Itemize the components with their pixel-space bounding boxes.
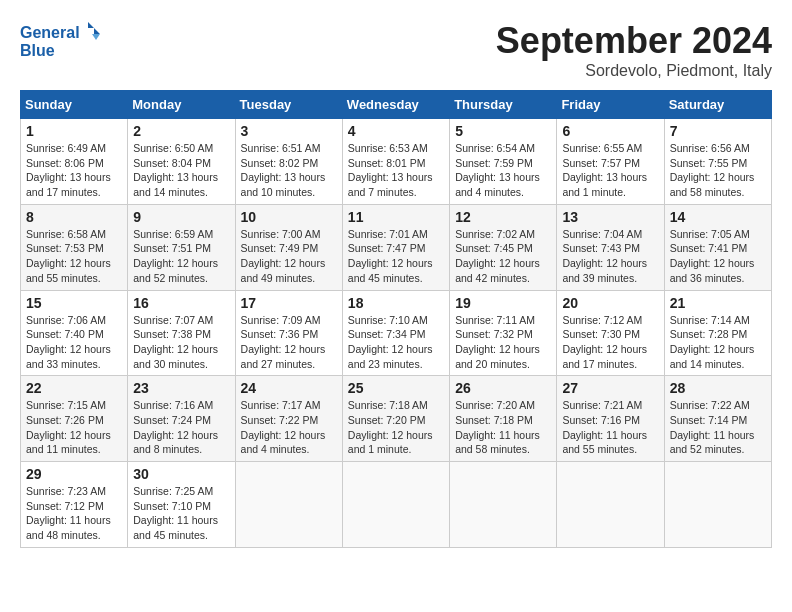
day-detail: Sunrise: 7:09 AM Sunset: 7:36 PM Dayligh… [241,313,337,372]
day-number: 10 [241,209,337,225]
calendar-cell: 26Sunrise: 7:20 AM Sunset: 7:18 PM Dayli… [450,376,557,462]
svg-marker-2 [88,22,100,34]
day-number: 30 [133,466,229,482]
day-detail: Sunrise: 7:18 AM Sunset: 7:20 PM Dayligh… [348,398,444,457]
svg-marker-3 [92,34,100,40]
calendar-cell: 10Sunrise: 7:00 AM Sunset: 7:49 PM Dayli… [235,204,342,290]
day-detail: Sunrise: 6:49 AM Sunset: 8:06 PM Dayligh… [26,141,122,200]
day-number: 21 [670,295,766,311]
day-number: 14 [670,209,766,225]
day-detail: Sunrise: 7:01 AM Sunset: 7:47 PM Dayligh… [348,227,444,286]
day-detail: Sunrise: 7:02 AM Sunset: 7:45 PM Dayligh… [455,227,551,286]
col-header-saturday: Saturday [664,91,771,119]
calendar-cell: 4Sunrise: 6:53 AM Sunset: 8:01 PM Daylig… [342,119,449,205]
day-detail: Sunrise: 7:14 AM Sunset: 7:28 PM Dayligh… [670,313,766,372]
calendar-cell: 3Sunrise: 6:51 AM Sunset: 8:02 PM Daylig… [235,119,342,205]
calendar-week-row: 8Sunrise: 6:58 AM Sunset: 7:53 PM Daylig… [21,204,772,290]
calendar-cell: 28Sunrise: 7:22 AM Sunset: 7:14 PM Dayli… [664,376,771,462]
day-detail: Sunrise: 7:04 AM Sunset: 7:43 PM Dayligh… [562,227,658,286]
calendar-cell: 24Sunrise: 7:17 AM Sunset: 7:22 PM Dayli… [235,376,342,462]
day-detail: Sunrise: 6:55 AM Sunset: 7:57 PM Dayligh… [562,141,658,200]
day-detail: Sunrise: 7:21 AM Sunset: 7:16 PM Dayligh… [562,398,658,457]
day-detail: Sunrise: 7:00 AM Sunset: 7:49 PM Dayligh… [241,227,337,286]
day-number: 4 [348,123,444,139]
day-detail: Sunrise: 7:16 AM Sunset: 7:24 PM Dayligh… [133,398,229,457]
day-detail: Sunrise: 7:23 AM Sunset: 7:12 PM Dayligh… [26,484,122,543]
calendar-cell: 30Sunrise: 7:25 AM Sunset: 7:10 PM Dayli… [128,462,235,548]
location-subtitle: Sordevolo, Piedmont, Italy [496,62,772,80]
day-number: 18 [348,295,444,311]
calendar-cell: 5Sunrise: 6:54 AM Sunset: 7:59 PM Daylig… [450,119,557,205]
day-detail: Sunrise: 7:22 AM Sunset: 7:14 PM Dayligh… [670,398,766,457]
calendar-cell: 7Sunrise: 6:56 AM Sunset: 7:55 PM Daylig… [664,119,771,205]
calendar-cell: 18Sunrise: 7:10 AM Sunset: 7:34 PM Dayli… [342,290,449,376]
day-detail: Sunrise: 6:54 AM Sunset: 7:59 PM Dayligh… [455,141,551,200]
day-number: 11 [348,209,444,225]
day-detail: Sunrise: 6:56 AM Sunset: 7:55 PM Dayligh… [670,141,766,200]
day-detail: Sunrise: 6:51 AM Sunset: 8:02 PM Dayligh… [241,141,337,200]
calendar-week-row: 1Sunrise: 6:49 AM Sunset: 8:06 PM Daylig… [21,119,772,205]
day-number: 19 [455,295,551,311]
col-header-tuesday: Tuesday [235,91,342,119]
day-number: 3 [241,123,337,139]
calendar-cell: 19Sunrise: 7:11 AM Sunset: 7:32 PM Dayli… [450,290,557,376]
day-number: 29 [26,466,122,482]
day-detail: Sunrise: 7:25 AM Sunset: 7:10 PM Dayligh… [133,484,229,543]
day-detail: Sunrise: 7:05 AM Sunset: 7:41 PM Dayligh… [670,227,766,286]
day-number: 7 [670,123,766,139]
col-header-wednesday: Wednesday [342,91,449,119]
calendar-cell: 2Sunrise: 6:50 AM Sunset: 8:04 PM Daylig… [128,119,235,205]
calendar-cell [342,462,449,548]
calendar-week-row: 22Sunrise: 7:15 AM Sunset: 7:26 PM Dayli… [21,376,772,462]
day-number: 20 [562,295,658,311]
calendar-cell: 22Sunrise: 7:15 AM Sunset: 7:26 PM Dayli… [21,376,128,462]
calendar-cell [235,462,342,548]
day-detail: Sunrise: 6:58 AM Sunset: 7:53 PM Dayligh… [26,227,122,286]
day-number: 13 [562,209,658,225]
day-number: 1 [26,123,122,139]
calendar-cell: 11Sunrise: 7:01 AM Sunset: 7:47 PM Dayli… [342,204,449,290]
day-detail: Sunrise: 7:17 AM Sunset: 7:22 PM Dayligh… [241,398,337,457]
calendar-header-row: SundayMondayTuesdayWednesdayThursdayFrid… [21,91,772,119]
day-number: 24 [241,380,337,396]
calendar-cell: 14Sunrise: 7:05 AM Sunset: 7:41 PM Dayli… [664,204,771,290]
day-number: 15 [26,295,122,311]
col-header-sunday: Sunday [21,91,128,119]
calendar-cell: 25Sunrise: 7:18 AM Sunset: 7:20 PM Dayli… [342,376,449,462]
logo-svg: General Blue [20,20,100,65]
calendar-table: SundayMondayTuesdayWednesdayThursdayFrid… [20,90,772,548]
day-detail: Sunrise: 7:11 AM Sunset: 7:32 PM Dayligh… [455,313,551,372]
day-number: 12 [455,209,551,225]
calendar-week-row: 15Sunrise: 7:06 AM Sunset: 7:40 PM Dayli… [21,290,772,376]
calendar-cell: 8Sunrise: 6:58 AM Sunset: 7:53 PM Daylig… [21,204,128,290]
calendar-cell: 13Sunrise: 7:04 AM Sunset: 7:43 PM Dayli… [557,204,664,290]
day-detail: Sunrise: 6:53 AM Sunset: 8:01 PM Dayligh… [348,141,444,200]
page-header: General Blue September 2024 Sordevolo, P… [20,20,772,80]
day-detail: Sunrise: 6:59 AM Sunset: 7:51 PM Dayligh… [133,227,229,286]
day-number: 28 [670,380,766,396]
day-detail: Sunrise: 7:07 AM Sunset: 7:38 PM Dayligh… [133,313,229,372]
day-number: 23 [133,380,229,396]
calendar-cell: 16Sunrise: 7:07 AM Sunset: 7:38 PM Dayli… [128,290,235,376]
svg-text:General: General [20,24,80,41]
day-number: 5 [455,123,551,139]
calendar-cell: 17Sunrise: 7:09 AM Sunset: 7:36 PM Dayli… [235,290,342,376]
day-detail: Sunrise: 7:12 AM Sunset: 7:30 PM Dayligh… [562,313,658,372]
title-block: September 2024 Sordevolo, Piedmont, Ital… [496,20,772,80]
calendar-cell [557,462,664,548]
calendar-cell: 27Sunrise: 7:21 AM Sunset: 7:16 PM Dayli… [557,376,664,462]
col-header-monday: Monday [128,91,235,119]
calendar-cell: 12Sunrise: 7:02 AM Sunset: 7:45 PM Dayli… [450,204,557,290]
calendar-cell: 23Sunrise: 7:16 AM Sunset: 7:24 PM Dayli… [128,376,235,462]
col-header-friday: Friday [557,91,664,119]
day-detail: Sunrise: 7:15 AM Sunset: 7:26 PM Dayligh… [26,398,122,457]
month-title: September 2024 [496,20,772,62]
calendar-cell: 9Sunrise: 6:59 AM Sunset: 7:51 PM Daylig… [128,204,235,290]
calendar-cell: 1Sunrise: 6:49 AM Sunset: 8:06 PM Daylig… [21,119,128,205]
day-detail: Sunrise: 6:50 AM Sunset: 8:04 PM Dayligh… [133,141,229,200]
day-number: 16 [133,295,229,311]
svg-text:Blue: Blue [20,42,55,59]
day-number: 25 [348,380,444,396]
calendar-week-row: 29Sunrise: 7:23 AM Sunset: 7:12 PM Dayli… [21,462,772,548]
day-detail: Sunrise: 7:20 AM Sunset: 7:18 PM Dayligh… [455,398,551,457]
